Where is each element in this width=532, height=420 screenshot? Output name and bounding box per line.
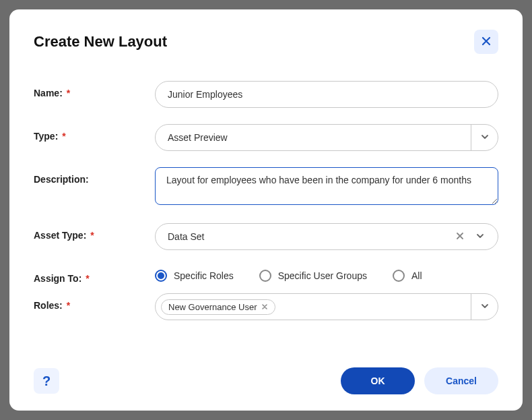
radio-label: All	[411, 270, 422, 281]
name-input[interactable]	[155, 81, 498, 108]
type-select[interactable]: Asset Preview	[155, 124, 498, 151]
asset-type-label: Asset Type: *	[34, 223, 155, 241]
chevron-down-icon	[475, 231, 485, 243]
modal-header: Create New Layout	[34, 30, 498, 54]
help-button[interactable]: ?	[34, 368, 59, 394]
type-label: Type: *	[34, 124, 155, 142]
asset-type-value: Data Set	[168, 231, 452, 242]
form-body: Name: * Type: * Asset Preview	[34, 81, 498, 367]
asset-type-clear-button[interactable]	[452, 230, 468, 244]
description-textarea[interactable]: Layout for employees who have been in th…	[155, 167, 498, 205]
required-marker: *	[64, 88, 70, 98]
assign-to-radio-group: Specific Roles Specific User Groups All	[155, 266, 498, 282]
modal-title: Create New Layout	[34, 33, 167, 51]
name-label: Name: *	[34, 81, 155, 98]
chevron-down-icon	[480, 132, 490, 144]
roles-multiselect[interactable]: New Governance User	[155, 293, 498, 320]
create-layout-modal: Create New Layout Name: * Type: * Asset …	[9, 9, 523, 411]
radio-icon	[259, 270, 271, 282]
field-type: Type: * Asset Preview	[34, 124, 498, 151]
cancel-button[interactable]: Cancel	[424, 367, 498, 394]
field-assign-to: Assign To: * Specific Roles Specific Use…	[34, 266, 498, 284]
ok-button[interactable]: OK	[341, 367, 415, 394]
field-asset-type: Asset Type: * Data Set	[34, 223, 498, 250]
roles-label: Roles: *	[34, 293, 155, 311]
role-chip: New Governance User	[161, 299, 275, 315]
roles-chip-area: New Governance User	[156, 294, 471, 320]
radio-label: Specific User Groups	[278, 270, 367, 281]
radio-icon	[393, 270, 405, 282]
radio-icon	[155, 270, 167, 282]
close-icon	[481, 36, 492, 49]
radio-label: Specific Roles	[174, 270, 234, 281]
clear-icon	[455, 230, 465, 244]
field-description: Description: Layout for employees who ha…	[34, 167, 498, 207]
radio-specific-user-groups[interactable]: Specific User Groups	[259, 270, 367, 282]
description-label: Description:	[34, 167, 155, 185]
field-roles: Roles: * New Governance User	[34, 293, 498, 320]
help-icon: ?	[42, 373, 51, 389]
role-chip-label: New Governance User	[168, 302, 257, 312]
required-marker: *	[83, 273, 89, 284]
radio-specific-roles[interactable]: Specific Roles	[155, 270, 234, 282]
chevron-down-icon	[480, 301, 490, 313]
radio-all[interactable]: All	[393, 270, 422, 282]
roles-toggle[interactable]	[471, 294, 498, 320]
required-marker: *	[59, 131, 65, 142]
footer-actions: OK Cancel	[341, 367, 498, 394]
asset-type-toggle[interactable]	[472, 231, 488, 243]
required-marker: *	[88, 230, 94, 241]
asset-type-select[interactable]: Data Set	[155, 223, 498, 250]
type-select-toggle[interactable]	[471, 125, 498, 150]
field-name: Name: *	[34, 81, 498, 108]
role-chip-remove[interactable]	[261, 303, 268, 311]
required-marker: *	[64, 300, 70, 311]
type-select-value: Asset Preview	[156, 125, 471, 150]
close-icon	[261, 303, 268, 310]
assign-to-label: Assign To: *	[34, 266, 155, 284]
modal-footer: ? OK Cancel	[34, 367, 498, 394]
close-button[interactable]	[474, 30, 498, 54]
